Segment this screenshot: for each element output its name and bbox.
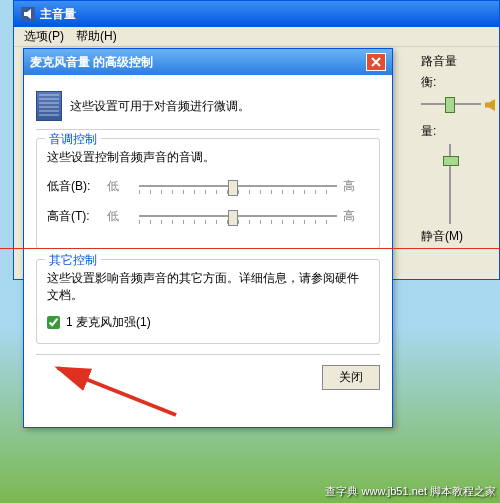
intro-row: 这些设置可用于对音频进行微调。 <box>36 83 380 130</box>
dialog-title: 麦克风音量 的高级控制 <box>30 54 366 71</box>
dialog-titlebar: 麦克风音量 的高级控制 <box>24 49 392 75</box>
main-titlebar: 主音量 <box>14 1 499 27</box>
treble-low-text: 低 <box>107 208 133 225</box>
close-button[interactable]: 关闭 <box>322 365 380 390</box>
treble-label: 高音(T): <box>47 208 107 225</box>
menu-options[interactable]: 选项(P) <box>18 26 70 47</box>
bass-slider[interactable] <box>139 176 337 196</box>
section-label: 路音量 <box>421 53 493 70</box>
treble-slider[interactable] <box>139 206 337 226</box>
other-desc: 这些设置影响音频声音的其它方面。详细信息，请参阅硬件文档。 <box>47 270 369 304</box>
dialog-button-row: 关闭 <box>36 354 380 390</box>
tone-desc: 这些设置控制音频声音的音调。 <box>47 149 369 166</box>
mic-boost-row: 1 麦克风加强(1) <box>47 314 369 331</box>
main-window-title: 主音量 <box>40 6 76 23</box>
bass-row: 低音(B): 低 高 <box>47 176 369 196</box>
treble-row: 高音(T): 低 高 <box>47 206 369 226</box>
book-icon <box>36 91 62 121</box>
treble-high-text: 高 <box>343 208 369 225</box>
balance-slider[interactable] <box>421 95 481 115</box>
other-legend: 其它控制 <box>45 252 101 269</box>
advanced-controls-dialog: 麦克风音量 的高级控制 这些设置可用于对音频进行微调。 音调控制 这些设置控制音… <box>23 48 393 428</box>
watermark: 查字典 www.jb51.net 脚本教程之家 <box>325 484 496 499</box>
close-icon[interactable] <box>366 53 386 71</box>
bass-high-text: 高 <box>343 178 369 195</box>
menubar: 选项(P) 帮助(H) <box>14 27 499 47</box>
menu-help[interactable]: 帮助(H) <box>70 26 123 47</box>
other-control-group: 其它控制 这些设置影响音频声音的其它方面。详细信息，请参阅硬件文档。 1 麦克风… <box>36 259 380 344</box>
balance-label: 衡: <box>421 74 493 91</box>
volume-slider[interactable] <box>441 144 461 224</box>
intro-text: 这些设置可用于对音频进行微调。 <box>70 98 250 115</box>
right-panel: 路音量 衡: 量: 静音(M) <box>421 53 493 253</box>
app-icon <box>20 6 36 22</box>
volume-label: 量: <box>421 123 493 140</box>
bass-label: 低音(B): <box>47 178 107 195</box>
mic-boost-label: 1 麦克风加强(1) <box>66 314 151 331</box>
mute-label: 静音(M) <box>421 228 493 245</box>
mic-boost-checkbox[interactable] <box>47 316 60 329</box>
bass-low-text: 低 <box>107 178 133 195</box>
tone-legend: 音调控制 <box>45 131 101 148</box>
tone-control-group: 音调控制 这些设置控制音频声音的音调。 低音(B): 低 高 高音(T): 低 … <box>36 138 380 249</box>
speaker-icon <box>485 99 495 111</box>
